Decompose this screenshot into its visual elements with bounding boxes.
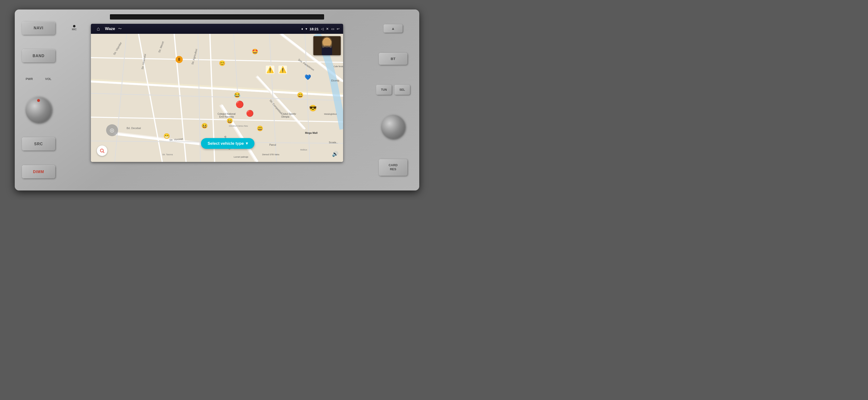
svg-text:Mega Mall: Mega Mall [305,132,318,134]
back-status-icon[interactable]: ↩ [337,27,340,31]
status-left: ⌂ Waze 〜 [94,25,122,33]
waze-marker-9[interactable]: 😎 [309,105,317,112]
home-icon: ⌂ [97,26,100,32]
close-status-icon[interactable]: ✕ [326,27,329,31]
waze-marker-6[interactable]: 😃 [257,125,263,132]
svg-line-59 [103,152,104,153]
card-res-button[interactable]: CARD RES [379,159,407,176]
screen: ⌂ Waze 〜 ♦ ▾ 18:21 ◁ ✕ ▭ ↩ [91,24,343,162]
mic-label: MIC [72,28,76,31]
waze-marker-3[interactable]: 😂 [234,92,240,98]
media-thumbnail[interactable] [313,36,341,55]
svg-text:Str. Tasova: Str. Tasova [162,153,173,156]
svg-text:Elcomp: Elcomp [331,79,339,82]
radio-unit: NAVI BAND PWR VOL SRC DIMM MIC ⌂ [15,9,419,191]
cd-slot [110,14,324,20]
select-vehicle-arrow: ▾ [246,141,248,146]
svg-text:Parcul: Parcul [269,144,276,146]
tun-button[interactable]: TUN [376,85,392,95]
select-vehicle-button[interactable]: Select vehicle type ▾ [201,138,254,149]
mic-area: MIC [72,25,76,31]
svg-text:Metaloglobus: Metaloglobus [324,113,337,115]
dimm-button[interactable]: DIMM [22,165,55,178]
status-right: ♦ ▾ 18:21 ◁ ✕ ▭ ↩ [301,27,340,31]
svg-text:Olimpia: Olimpia [281,115,289,118]
volume-status-icon[interactable]: ◁ [321,27,323,31]
svg-text:Cimitirul Cencu Nou: Cimitirul Cencu Nou [229,125,248,127]
band-button[interactable]: BAND [22,49,55,62]
waze-marker-8[interactable]: 😀 [297,92,303,98]
volume-map-button[interactable]: 🔊 [332,151,338,157]
right-knob[interactable] [381,115,405,139]
traffic-marker-2[interactable]: 🔴 [246,110,254,117]
mic-dot [73,25,75,27]
waze-marker-4[interactable]: 😄 [226,118,233,124]
waze-marker-10[interactable]: 💙 [305,74,311,81]
map-container[interactable]: Str. Viișinilor Str. Mecet Str. Hiramulu… [91,34,343,162]
waze-user-orange[interactable]: 8 [176,56,183,63]
src-button[interactable]: SRC [22,137,55,150]
pulse-icon: 〜 [118,26,122,31]
eject-button[interactable]: ▲ [383,24,403,33]
navi-button[interactable]: NAVI [22,22,55,35]
left-panel: NAVI BAND PWR VOL SRC DIMM [15,9,62,191]
svg-text:Mobiux: Mobiux [300,149,307,151]
window-status-icon[interactable]: ▭ [331,27,334,31]
svg-text:Lucrari patinaje: Lucrari patinaje [234,156,248,158]
select-vehicle-text: Select vehicle type [208,141,244,146]
hazard-marker-2[interactable]: ⚠️ [278,65,287,74]
volume-knob[interactable] [26,97,52,123]
waze-marker-5[interactable]: 😆 [201,123,208,129]
pwr-label: PWR [26,77,33,81]
svg-text:Scoala...: Scoala... [329,141,338,144]
svg-point-58 [100,149,103,152]
home-button[interactable]: ⌂ [94,25,102,33]
time-display: 18:21 [310,27,319,31]
app-title: Waze [105,26,115,31]
card-label: CARD [389,163,398,167]
tun-sel-row: TUN SEL [376,85,410,95]
hazard-marker-1[interactable]: ⚠️ [266,65,274,74]
compass-button[interactable]: ◎ [106,124,118,136]
search-fab-button[interactable] [97,145,107,156]
wifi-icon: ▾ [306,27,307,31]
vol-label: VOL [45,77,52,81]
svg-text:Cale ferata: Cale ferata [334,65,343,67]
res-label: RES [390,167,396,171]
svg-text:Bd. Decebal: Bd. Decebal [127,127,141,130]
waze-marker-2[interactable]: 🤩 [252,49,258,55]
bt-button[interactable]: BT [379,53,407,65]
svg-text:Denoul STB Vatra: Denoul STB Vatra [262,153,279,156]
center-unit: MIC ⌂ Waze 〜 ♦ ▾ 18:21 ◁ ✕ ▭ [67,14,367,186]
svg-text:Colegiul National: Colegiul National [217,113,236,115]
svg-text:Clubul Sportiv: Clubul Sportiv [281,113,296,115]
map-background: Str. Viișinilor Str. Mecet Str. Hiramulu… [91,34,343,162]
sel-button[interactable]: SEL [395,85,410,95]
status-bar: ⌂ Waze 〜 ♦ ▾ 18:21 ◁ ✕ ▭ ↩ [91,24,343,34]
traffic-marker-1[interactable]: 🔴 [236,100,244,108]
waze-marker-1[interactable]: 😊 [219,60,225,66]
location-icon: ♦ [301,27,303,31]
waze-marker-7[interactable]: 😁 [163,133,170,139]
right-panel: ▲ BT TUN SEL CARD RES [367,9,419,191]
